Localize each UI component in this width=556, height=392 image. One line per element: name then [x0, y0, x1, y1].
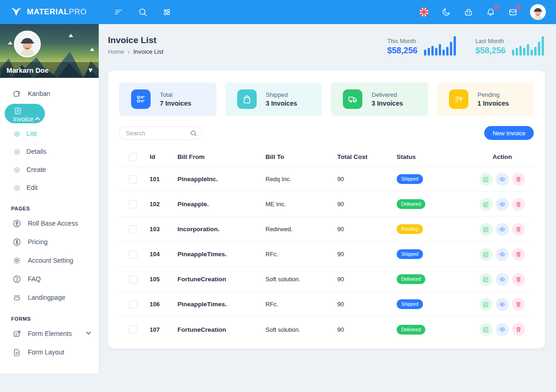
last-month-sparkline — [512, 35, 544, 56]
edit-icon[interactable] — [480, 198, 493, 211]
table-toolbar: New Invoice — [119, 126, 534, 140]
status-badge: Delivered — [397, 199, 425, 209]
breadcrumb: Home › Invoice List — [108, 48, 164, 55]
breadcrumb-separator: › — [128, 49, 130, 55]
header-stats: This Month $58,256 Last Month $58,256 — [387, 35, 545, 56]
notification-badge — [493, 4, 499, 11]
bullet-circle-icon: ◎ — [14, 130, 20, 137]
view-eye-icon[interactable] — [496, 198, 509, 211]
this-month-value: $58,256 — [387, 46, 417, 56]
invoice-icon — [13, 106, 22, 115]
sidebar-subitem-edit[interactable]: ◎ Edit — [0, 178, 99, 196]
sidebar-item-landingpage[interactable]: Landingpage — [0, 288, 99, 307]
stat-last-month: Last Month $58,256 — [475, 35, 544, 56]
notifications-bell-icon[interactable] — [486, 7, 496, 17]
sidebar-item-kanban[interactable]: Kanban — [0, 84, 99, 103]
sidebar-item-roll-base-access[interactable]: Roll Base Access — [0, 214, 99, 233]
edit-icon[interactable] — [480, 298, 493, 311]
select-all-checkbox[interactable] — [129, 153, 137, 161]
row-checkbox[interactable] — [129, 200, 137, 209]
delete-trash-icon[interactable] — [512, 273, 525, 286]
table-header-row: Id Bill From Bill To Total Cost Status A… — [119, 147, 534, 167]
sidebar-toggle-icon[interactable] — [114, 7, 124, 17]
row-checkbox[interactable] — [129, 325, 137, 334]
question-circle-icon — [12, 274, 21, 284]
delete-trash-icon[interactable] — [512, 223, 525, 236]
new-invoice-button[interactable]: New Invoice — [484, 126, 534, 140]
sidebar-menu: Kanban Invoice ◎ List ◎ Details ◎ Create… — [0, 78, 99, 361]
brand-logo[interactable]: MATERIALPRO — [0, 6, 99, 18]
status-badge: Shipped — [397, 174, 423, 184]
dollar-circle-icon — [12, 237, 21, 247]
edit-icon[interactable] — [480, 173, 493, 186]
bullet-circle-icon: ◎ — [14, 184, 20, 191]
row-checkbox[interactable] — [129, 250, 137, 259]
browser-window-icon — [12, 293, 21, 302]
delete-trash-icon[interactable] — [512, 323, 525, 336]
sidebar-subitem-list[interactable]: ◎ List — [0, 124, 99, 142]
page-header: Invoice List Home › Invoice List This Mo… — [99, 24, 556, 56]
view-eye-icon[interactable] — [496, 273, 509, 286]
status-badge: Shipped — [397, 299, 423, 309]
summary-cards: Total7 Invoices Shipped3 Invoices Delive… — [119, 82, 534, 116]
delete-trash-icon[interactable] — [512, 173, 525, 186]
card-shipped[interactable]: Shipped3 Invoices — [225, 82, 322, 116]
dark-mode-moon-icon[interactable] — [441, 7, 451, 17]
accessibility-icon — [12, 219, 21, 228]
delete-trash-icon[interactable] — [512, 198, 525, 211]
messages-badge — [515, 4, 522, 11]
invoice-list-icon — [131, 89, 151, 109]
delete-trash-icon[interactable] — [512, 298, 525, 311]
user-avatar[interactable] — [530, 4, 546, 20]
sidebar-subitem-create[interactable]: ◎ Create — [0, 160, 99, 178]
row-checkbox[interactable] — [129, 175, 137, 183]
card-total[interactable]: Total7 Invoices — [119, 82, 216, 116]
search-icon — [190, 130, 197, 137]
sidebar-item-invoice[interactable]: Invoice — [5, 104, 45, 123]
edit-icon[interactable] — [480, 273, 493, 286]
page-title: Invoice List — [108, 35, 164, 45]
card-delivered[interactable]: Delivered3 Invoices — [331, 82, 428, 116]
table-row: 106 PineappleTimes. RFc. 90 Shipped — [119, 292, 534, 317]
form-elements-icon — [12, 329, 21, 338]
delete-trash-icon[interactable] — [512, 248, 525, 261]
edit-icon[interactable] — [480, 223, 493, 236]
search-box — [119, 126, 202, 140]
profile-avatar[interactable] — [14, 31, 41, 57]
sidebar-item-pricing[interactable]: Pricing — [0, 233, 99, 251]
view-eye-icon[interactable] — [496, 298, 509, 311]
table-row: 103 Incorporation. Redirwed. 90 Pending — [119, 217, 534, 242]
status-badge: Delivered — [397, 325, 425, 335]
messages-mail-icon[interactable] — [508, 7, 518, 17]
card-pending[interactable]: Pending1 Invoices — [437, 82, 534, 116]
form-layout-icon — [12, 348, 21, 357]
apps-grid-icon[interactable] — [162, 7, 172, 17]
row-checkbox[interactable] — [129, 300, 137, 309]
view-eye-icon[interactable] — [496, 223, 509, 236]
view-eye-icon[interactable] — [496, 173, 509, 186]
view-eye-icon[interactable] — [496, 248, 509, 261]
search-icon[interactable] — [138, 7, 148, 17]
sidebar-subitem-details[interactable]: ◎ Details — [0, 142, 99, 160]
edit-icon[interactable] — [480, 248, 493, 261]
brand-wings-icon — [10, 6, 22, 18]
profile-name-bar[interactable]: Markarn Doe ▾ — [0, 62, 99, 78]
sort-up-icon — [449, 89, 468, 109]
language-flag-icon[interactable] — [419, 7, 429, 17]
profile-card: Markarn Doe ▾ — [0, 24, 99, 78]
bag-icon — [237, 89, 257, 109]
breadcrumb-home-link[interactable]: Home — [108, 48, 124, 55]
sidebar-item-form-layout[interactable]: Form Layout — [0, 343, 99, 361]
profile-name: Markarn Doe — [6, 66, 49, 74]
row-checkbox[interactable] — [129, 275, 137, 284]
main-content: Invoice List Home › Invoice List This Mo… — [99, 24, 556, 392]
edit-icon[interactable] — [480, 323, 493, 336]
row-checkbox[interactable] — [129, 225, 137, 234]
sidebar-item-account-setting[interactable]: Account Setting — [0, 251, 99, 270]
gear-icon — [12, 256, 21, 265]
sidebar-item-form-elements[interactable]: Form Elements — [0, 324, 99, 343]
table-row: 102 Pineapple. ME Inc. 90 Delivered — [119, 192, 534, 217]
shop-bag-icon[interactable] — [463, 7, 474, 17]
sidebar-item-faq[interactable]: FAQ — [0, 270, 99, 288]
view-eye-icon[interactable] — [496, 323, 509, 336]
